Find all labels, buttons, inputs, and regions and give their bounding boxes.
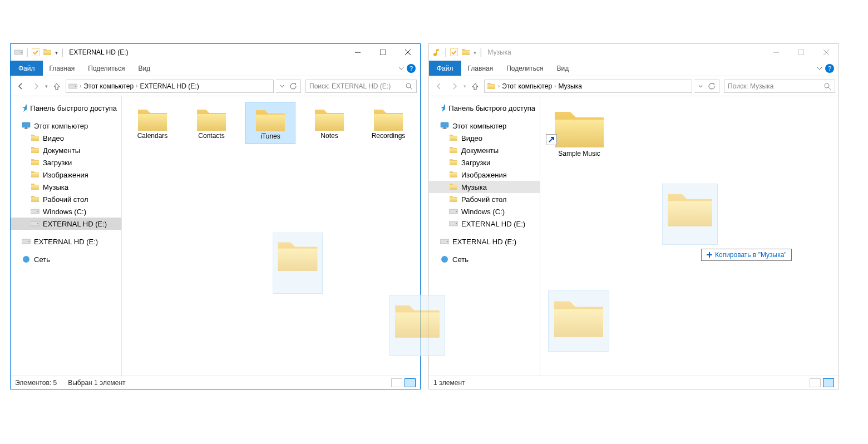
checkbox-icon[interactable] xyxy=(32,48,40,56)
chevron-down-icon[interactable] xyxy=(398,65,405,72)
sidebar-quick-access[interactable]: Панель быстрого доступа xyxy=(11,102,121,114)
svg-rect-15 xyxy=(450,48,458,56)
sidebar-this-pc[interactable]: Этот компьютер xyxy=(11,120,121,132)
sidebar-network[interactable]: Сеть xyxy=(11,253,121,265)
refresh-icon[interactable] xyxy=(289,82,297,90)
folder-notes[interactable]: Notes xyxy=(304,102,354,144)
back-button[interactable] xyxy=(14,80,27,93)
search-icon xyxy=(823,82,831,90)
drag-tooltip: Копировать в "Музыка" xyxy=(701,249,792,261)
window-title: EXTERNAL HD (E:) xyxy=(69,48,128,56)
crumb-root[interactable]: Этот компьютер xyxy=(502,82,552,90)
svg-line-21 xyxy=(828,87,831,90)
chevron-down-icon[interactable] xyxy=(816,65,823,72)
music-icon xyxy=(432,48,441,57)
svg-point-20 xyxy=(825,83,829,88)
nav-bar: ▾ › Этот компьютер › Музыка Поиск: Музык… xyxy=(429,76,839,96)
close-button[interactable] xyxy=(813,44,839,61)
up-button[interactable] xyxy=(468,80,482,93)
sidebar: Панель быстрого доступа Этот компьютер В… xyxy=(11,96,122,376)
shortcut-arrow-icon xyxy=(546,134,557,145)
breadcrumb[interactable]: › Этот компьютер › EXTERNAL HD (E:) xyxy=(66,80,274,93)
menu-share[interactable]: Поделиться xyxy=(500,61,550,76)
svg-point-22 xyxy=(441,256,448,263)
close-button[interactable] xyxy=(395,44,420,61)
chevron-down-icon[interactable] xyxy=(698,83,703,89)
svg-rect-17 xyxy=(798,50,804,55)
crumb-root[interactable]: Этот компьютер xyxy=(83,82,134,90)
svg-point-14 xyxy=(23,256,29,263)
folder-calendars[interactable]: Calendars xyxy=(127,102,177,144)
status-count: 1 элемент xyxy=(433,379,465,387)
chevron-down-icon[interactable] xyxy=(279,83,285,89)
folder-recordings[interactable]: Recordings xyxy=(363,102,413,144)
breadcrumb[interactable]: › Этот компьютер › Музыка xyxy=(484,80,692,93)
forward-button[interactable] xyxy=(29,80,43,93)
checkbox-icon[interactable] xyxy=(450,48,458,56)
minimize-button[interactable] xyxy=(345,44,370,61)
sidebar-item-downloads[interactable]: Загрузки xyxy=(11,156,121,169)
sidebar-item-video[interactable]: Видео xyxy=(11,132,121,144)
menu-file[interactable]: Файл xyxy=(11,61,43,76)
menu-view[interactable]: Вид xyxy=(550,61,575,76)
sidebar-item-pictures[interactable]: Изображения xyxy=(429,169,540,181)
sidebar-item-external-hd[interactable]: EXTERNAL HD (E:) xyxy=(11,218,121,230)
minimize-button[interactable] xyxy=(763,44,788,61)
svg-point-12 xyxy=(406,83,411,88)
sidebar-external-drive[interactable]: EXTERNAL HD (E:) xyxy=(429,235,540,248)
status-selected: Выбран 1 элемент xyxy=(68,379,125,387)
search-input[interactable]: Поиск: EXTERNAL HD (E:) xyxy=(305,80,417,93)
sidebar-item-documents[interactable]: Документы xyxy=(11,144,121,156)
sidebar-item-c-drive[interactable]: Windows (C:) xyxy=(11,205,121,218)
crumb-current[interactable]: EXTERNAL HD (E:) xyxy=(140,82,199,90)
sidebar-item-music[interactable]: Музыка xyxy=(11,181,121,193)
svg-rect-7 xyxy=(32,48,40,56)
sidebar-network[interactable]: Сеть xyxy=(429,253,540,265)
view-icons-button[interactable] xyxy=(823,378,834,387)
sidebar-quick-access[interactable]: Панель быстрого доступа xyxy=(429,102,540,114)
sidebar: Панель быстрого доступа Этот компьютер В… xyxy=(429,96,540,376)
title-bar: | ▾ | EXTERNAL HD (E:) xyxy=(11,44,420,61)
maximize-button[interactable] xyxy=(370,44,395,61)
back-button[interactable] xyxy=(432,80,446,93)
folder-contacts[interactable]: Contacts xyxy=(186,102,236,144)
sidebar-item-pictures[interactable]: Изображения xyxy=(11,169,121,181)
view-icons-button[interactable] xyxy=(405,378,416,387)
sidebar-item-documents[interactable]: Документы xyxy=(429,144,540,156)
menu-file[interactable]: Файл xyxy=(429,61,461,76)
forward-button[interactable] xyxy=(448,80,461,93)
sidebar-item-music[interactable]: Музыка xyxy=(429,181,540,193)
svg-line-13 xyxy=(410,87,412,90)
sidebar-item-desktop[interactable]: Рабочий стол xyxy=(429,193,540,205)
help-button[interactable]: ? xyxy=(825,64,834,73)
sidebar-item-video[interactable]: Видео xyxy=(429,132,540,144)
sidebar-item-c-drive[interactable]: Windows (C:) xyxy=(429,205,540,218)
refresh-icon[interactable] xyxy=(708,82,716,90)
sidebar-item-desktop[interactable]: Рабочий стол xyxy=(11,193,121,205)
view-details-button[interactable] xyxy=(810,378,821,387)
sidebar-item-downloads[interactable]: Загрузки xyxy=(429,156,540,169)
menu-home[interactable]: Главная xyxy=(43,61,82,76)
menu-home[interactable]: Главная xyxy=(461,61,500,76)
folder-sample-music[interactable]: Sample Music xyxy=(546,102,613,161)
crumb-current[interactable]: Музыка xyxy=(558,82,581,90)
ribbon-tabs: Файл Главная Поделиться Вид ? xyxy=(11,61,420,76)
drive-icon xyxy=(14,48,23,57)
content-area[interactable]: Calendars Contacts iTunes Notes Recordin… xyxy=(122,96,420,376)
ribbon-tabs: Файл Главная Поделиться Вид ? xyxy=(429,61,839,76)
maximize-button[interactable] xyxy=(788,44,813,61)
view-details-button[interactable] xyxy=(391,378,402,387)
sidebar-this-pc[interactable]: Этот компьютер xyxy=(429,120,540,132)
folder-itunes[interactable]: iTunes xyxy=(245,102,295,144)
help-button[interactable]: ? xyxy=(407,64,416,73)
sidebar-external-drive[interactable]: EXTERNAL HD (E:) xyxy=(11,235,121,248)
status-bar: 1 элемент xyxy=(429,376,839,389)
up-button[interactable] xyxy=(50,80,63,93)
sidebar-item-external-hd[interactable]: EXTERNAL HD (E:) xyxy=(429,218,540,230)
explorer-window-right: | ▾ | Музыка Файл Главная Поделиться Вид… xyxy=(428,43,839,389)
content-area[interactable]: Sample Music xyxy=(540,96,839,376)
menu-share[interactable]: Поделиться xyxy=(81,61,131,76)
svg-rect-9 xyxy=(380,50,386,55)
search-input[interactable]: Поиск: Музыка xyxy=(724,80,835,93)
menu-view[interactable]: Вид xyxy=(131,61,157,76)
